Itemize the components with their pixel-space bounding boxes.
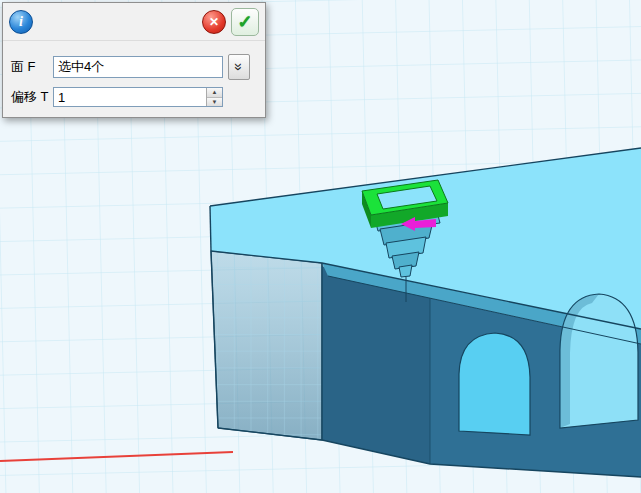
transparent-box-face[interactable] [200,240,330,450]
arch-cutout-left[interactable] [459,333,530,435]
offset-field-label: 偏移 T [11,88,53,106]
spinner-down-button[interactable]: ▼ [207,97,222,107]
face-field-row: 面 F » [11,54,257,80]
offset-field-row: 偏移 T ▲ ▼ [11,87,257,107]
left-end-face[interactable] [322,266,430,464]
cancel-button[interactable]: ✕ [202,10,226,34]
offset-spinbox: ▲ ▼ [53,87,223,107]
offset-input[interactable] [53,87,223,107]
cancel-icon: ✕ [209,15,219,29]
spinner-up-button[interactable]: ▲ [207,88,222,97]
offset-spinner: ▲ ▼ [206,88,222,106]
dialog-actions: ✕ ✓ [202,8,259,36]
info-icon-glyph: i [19,15,23,29]
dialog-body: 面 F » 偏移 T ▲ ▼ [3,41,265,117]
chevron-double-down-icon: » [232,63,246,71]
dialog-titlebar: i ✕ ✓ [3,3,265,41]
confirm-icon: ✓ [237,11,252,33]
cad-application: i ✕ ✓ 面 F » 偏移 T [0,0,641,493]
feature-dialog: i ✕ ✓ 面 F » 偏移 T [2,2,266,118]
face-selection-input[interactable] [53,56,223,78]
info-icon[interactable]: i [9,10,33,34]
expand-list-button[interactable]: » [228,54,250,80]
face-field-label: 面 F [11,58,53,76]
confirm-button[interactable]: ✓ [231,8,259,36]
